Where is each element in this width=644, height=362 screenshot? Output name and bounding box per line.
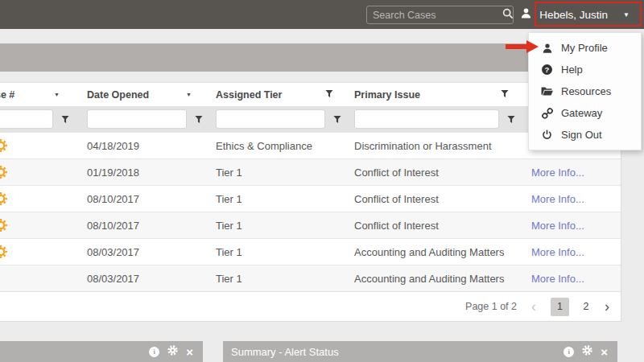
menu-item-resources[interactable]: Resources [529, 80, 641, 102]
row-cell-date-opened: 04/18/2019 [80, 140, 209, 152]
row-cell-assigned-tier: Ethics & Compliance [209, 140, 348, 152]
bottom-left-widget-header: i × [0, 341, 203, 362]
user-icon [520, 7, 532, 23]
gear-icon[interactable] [582, 344, 592, 359]
menu-item-label: Resources [561, 85, 611, 97]
filter-funnel-icon[interactable] [507, 115, 515, 124]
row-cell-primary-issue: Accounting and Auditing Matters [348, 246, 515, 258]
row-cell-date-opened: 01/19/2018 [80, 167, 209, 179]
table-row[interactable]: 08/03/2017 Tier 1 Accounting and Auditin… [0, 265, 621, 291]
top-navigation-bar: Hebels, Justin ▼ [0, 0, 644, 29]
row-cell-assigned-tier: Tier 1 [209, 193, 348, 205]
filter-funnel-icon[interactable] [61, 115, 69, 124]
row-cell-primary-issue: Conflict of Interest [348, 220, 515, 232]
column-header-assigned-tier[interactable]: Assigned Tier [209, 89, 348, 101]
user-name-label: Hebels, Justin [539, 9, 608, 21]
row-cell-actions: More Info... [515, 220, 621, 232]
gear-icon[interactable] [167, 344, 178, 359]
row-cell-case-number [0, 218, 80, 232]
row-cell-case-number [0, 271, 80, 286]
menu-item-label: Sign Out [561, 129, 602, 141]
more-info-link[interactable]: More Info... [515, 167, 584, 179]
page-count-label: Page 1 of 2 [465, 301, 517, 312]
column-label: Assigned Tier [216, 89, 282, 101]
filter-funnel-icon[interactable] [195, 115, 203, 124]
menu-item-gateway[interactable]: Gateway [529, 102, 641, 124]
menu-item-label: Help [561, 64, 583, 76]
widget-title: Summary - Alert Status [223, 346, 339, 358]
row-cell-assigned-tier: Tier 1 [209, 273, 348, 285]
row-cell-assigned-tier: Tier 1 [209, 167, 348, 179]
close-icon[interactable]: × [601, 346, 608, 358]
info-icon[interactable]: i [564, 347, 574, 357]
close-icon[interactable]: × [186, 346, 193, 358]
sort-caret-icon[interactable]: ▼ [54, 92, 60, 97]
more-info-link[interactable]: More Info... [515, 273, 584, 285]
page-button-1[interactable]: 1 [551, 298, 569, 316]
user-dropdown-menu: My Profile ? Help Resources [528, 32, 642, 150]
row-cell-primary-issue: Discrimination or Harassment [348, 140, 515, 152]
case-alert-gear-icon[interactable] [0, 245, 8, 259]
more-info-link[interactable]: More Info... [515, 193, 584, 205]
case-alert-gear-icon[interactable] [0, 165, 8, 179]
page-button-2[interactable]: 2 [579, 301, 593, 312]
filter-funnel-icon[interactable] [325, 89, 333, 101]
filter-funnel-icon[interactable] [501, 89, 509, 101]
case-alert-gear-icon[interactable] [0, 138, 8, 153]
row-cell-primary-issue: Accounting and Auditing Matters [348, 273, 515, 285]
more-info-link[interactable]: More Info... [515, 246, 584, 258]
row-cell-case-number [0, 138, 80, 153]
folder-open-icon [541, 86, 553, 97]
row-cell-date-opened: 08/10/2017 [80, 193, 209, 205]
case-number-filter-input[interactable] [0, 109, 53, 129]
row-cell-primary-issue: Conflict of Interest [348, 193, 515, 205]
assigned-tier-filter-input[interactable] [216, 109, 325, 129]
row-cell-case-number [0, 245, 80, 259]
table-row[interactable]: 08/10/2017 Tier 1 Conflict of Interest M… [0, 212, 621, 238]
previous-page-chevron-icon[interactable]: ‹ [531, 299, 536, 314]
row-cell-assigned-tier: Tier 1 [209, 246, 348, 258]
row-cell-actions: More Info... [515, 167, 621, 179]
filter-cell-assigned-tier [209, 109, 348, 129]
date-opened-filter-input[interactable] [88, 110, 209, 128]
menu-item-label: My Profile [561, 42, 608, 54]
row-cell-case-number [0, 191, 80, 206]
column-header-date-opened[interactable]: Date Opened ▼ [80, 89, 209, 101]
search-input[interactable] [373, 10, 502, 21]
row-cell-assigned-tier: Tier 1 [209, 220, 348, 232]
pagination-bar: Page 1 of 2 ‹ 1 2 › [0, 291, 621, 321]
more-info-link[interactable]: More Info... [515, 220, 584, 232]
column-header-primary-issue[interactable]: Primary Issue [348, 89, 515, 101]
date-opened-filter-combo[interactable]: ▼ [87, 109, 187, 129]
row-cell-date-opened: 08/10/2017 [80, 220, 209, 232]
row-cell-case-number [0, 165, 80, 179]
column-header-case-number[interactable]: Case # ▼ [0, 89, 80, 101]
sort-caret-icon[interactable]: ▼ [186, 92, 192, 97]
column-label: Date Opened [87, 89, 149, 101]
filter-cell-primary-issue [348, 109, 515, 129]
row-cell-actions: More Info... [515, 193, 621, 205]
info-icon[interactable]: i [149, 347, 159, 357]
menu-item-sign-out[interactable]: Sign Out [529, 124, 641, 146]
user-menu-button[interactable]: Hebels, Justin ▼ [512, 0, 638, 29]
app-window: Hebels, Justin ▼ Case # ▼ Date Opened ▼ … [0, 0, 644, 362]
case-alert-gear-icon[interactable] [0, 191, 8, 206]
row-cell-primary-issue: Conflict of Interest [348, 167, 515, 179]
case-alert-gear-icon[interactable] [0, 218, 8, 232]
menu-item-help[interactable]: ? Help [529, 59, 641, 80]
menu-item-my-profile[interactable]: My Profile [529, 37, 641, 59]
row-cell-date-opened: 08/03/2017 [80, 246, 209, 258]
filter-funnel-icon[interactable] [333, 115, 341, 124]
column-label: Case # [0, 89, 14, 101]
column-label: Primary Issue [354, 89, 420, 101]
search-cases-box[interactable] [366, 6, 514, 24]
table-row[interactable]: 08/03/2017 Tier 1 Accounting and Auditin… [0, 238, 621, 265]
filter-cell-case-number [0, 109, 80, 129]
summary-alert-status-widget-header: Summary - Alert Status i × [223, 341, 617, 362]
next-page-chevron-icon[interactable]: › [605, 299, 609, 314]
table-row[interactable]: 08/10/2017 Tier 1 Conflict of Interest M… [0, 185, 621, 212]
power-icon [541, 130, 553, 140]
table-row[interactable]: 01/19/2018 Tier 1 Conflict of Interest M… [0, 158, 621, 185]
row-cell-actions: More Info... [515, 246, 621, 258]
primary-issue-filter-input[interactable] [354, 109, 499, 129]
